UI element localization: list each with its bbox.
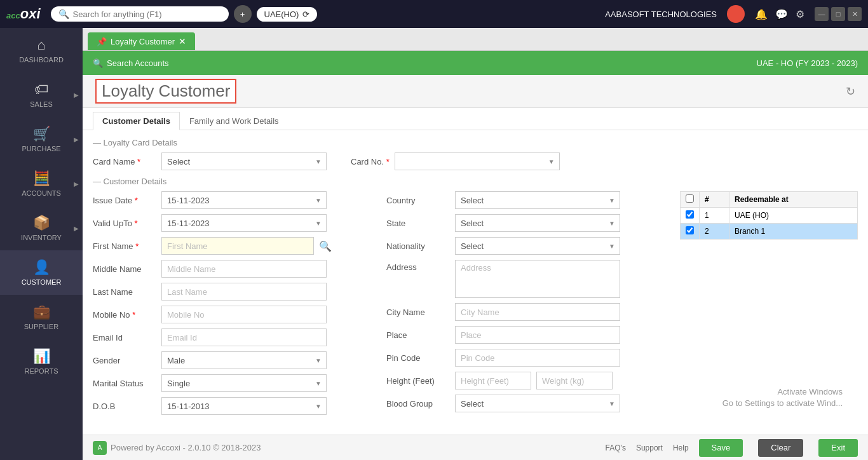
save-button[interactable]: Save xyxy=(699,439,743,457)
nationality-select-wrapper: Select xyxy=(455,237,620,255)
minimize-button[interactable]: — xyxy=(815,7,829,21)
blood-group-select[interactable]: Select xyxy=(455,395,620,412)
customer-details-section-title: — Customer Details xyxy=(93,177,166,186)
email-input[interactable] xyxy=(161,328,327,346)
height-input[interactable] xyxy=(455,372,531,389)
dob-select[interactable]: 15-11-2013 xyxy=(161,397,327,415)
mobile-no-input[interactable] xyxy=(161,306,327,323)
gender-select-wrapper: Male Female xyxy=(161,351,327,369)
row-checkbox[interactable] xyxy=(686,210,694,219)
country-label: Country xyxy=(386,196,450,205)
issue-date-select[interactable]: 15-11-2023 xyxy=(161,191,327,209)
country-select[interactable]: Select xyxy=(455,191,620,209)
chat-icon[interactable]: 💬 xyxy=(775,8,788,20)
first-name-input[interactable] xyxy=(161,237,314,255)
issue-date-select-wrapper: 15-11-2023 xyxy=(161,191,327,209)
required-marker: * xyxy=(135,241,139,251)
topbar: accoxi 🔍 + UAE(HO) ⟳ AABASOFT TECHNOLOGI… xyxy=(0,0,868,28)
search-name-icon[interactable]: 🔍 xyxy=(319,240,332,252)
branch-selector[interactable]: UAE(HO) ⟳ xyxy=(257,7,318,22)
middle-name-input[interactable] xyxy=(161,260,327,278)
sidebar-item-dashboard[interactable]: ⌂ DASHBOARD xyxy=(0,28,83,72)
bottom-links: FAQ's Support Help Save Clear Exit xyxy=(606,439,858,457)
sidebar-item-sales[interactable]: 🏷 SALES ▶ xyxy=(0,72,83,117)
close-button[interactable]: ✕ xyxy=(848,7,862,21)
sidebar-item-purchase[interactable]: 🛒 PURCHASE ▶ xyxy=(0,117,83,161)
card-name-select[interactable]: Select xyxy=(161,152,327,170)
last-name-label: Last Name xyxy=(93,287,156,297)
content-area: 📌 Loyalty Customer ✕ 🔍 Search Accounts U… xyxy=(83,28,868,460)
green-header: 🔍 Search Accounts UAE - HO (FY 2023 - 20… xyxy=(83,51,868,75)
support-link[interactable]: Support xyxy=(636,443,663,452)
left-column: Issue Date * 15-11-2023 Valid UpTo * xyxy=(93,191,376,420)
sidebar-item-customer[interactable]: 👤 CUSTOMER xyxy=(0,250,83,295)
tab-loyalty-customer[interactable]: 📌 Loyalty Customer ✕ xyxy=(88,32,195,50)
place-row: Place xyxy=(386,326,670,344)
customer-details-section-header: — Customer Details xyxy=(93,177,858,186)
sidebar-item-supplier[interactable]: 💼 SUPPLIER xyxy=(0,295,83,339)
help-link[interactable]: Help xyxy=(673,443,689,452)
settings-icon[interactable]: ⚙ xyxy=(796,8,804,20)
select-all-checkbox[interactable] xyxy=(686,194,694,203)
arrow-icon: ▶ xyxy=(74,225,79,232)
card-no-label: Card No. * xyxy=(351,157,390,166)
marital-status-row: Marital Status Single Married xyxy=(93,374,376,392)
gender-label: Gender xyxy=(93,356,156,365)
city-label: City Name xyxy=(386,308,450,317)
loyalty-card-section-title: — Loyalty Card Details xyxy=(93,138,177,147)
tab-family-work[interactable]: Family and Work Details xyxy=(180,112,288,130)
nationality-select[interactable]: Select xyxy=(455,237,620,255)
maximize-button[interactable]: □ xyxy=(831,7,845,21)
city-input[interactable] xyxy=(455,303,620,321)
supplier-icon: 💼 xyxy=(33,304,50,320)
reload-button[interactable]: ↻ xyxy=(846,85,855,98)
form-tabs: Customer Details Family and Work Details xyxy=(83,108,868,130)
sidebar-item-inventory[interactable]: 📦 INVENTORY ▶ xyxy=(0,206,83,250)
sidebar-item-accounts[interactable]: 🧮 ACCOUNTS ▶ xyxy=(0,161,83,206)
exit-button[interactable]: Exit xyxy=(818,439,858,457)
row-num: 2 xyxy=(700,224,729,240)
powered-by-text: Powered by Accoxi - 2.0.10 © 2018-2023 xyxy=(111,443,261,452)
faq-link[interactable]: FAQ's xyxy=(606,443,626,452)
marital-status-select[interactable]: Single Married xyxy=(161,374,327,392)
gender-select[interactable]: Male Female xyxy=(161,351,327,369)
sidebar-item-label: REPORTS xyxy=(25,367,58,375)
address-input[interactable] xyxy=(455,260,620,298)
sidebar-item-reports[interactable]: 📊 REPORTS xyxy=(0,339,83,384)
tab-customer-details[interactable]: Customer Details xyxy=(93,112,180,130)
card-name-row: Card Name * Select Card No. * xyxy=(93,152,858,170)
blood-group-row: Blood Group Select xyxy=(386,395,670,412)
refresh-icon[interactable]: ⟳ xyxy=(302,10,309,19)
first-name-row: First Name * 🔍 xyxy=(93,237,376,255)
email-row: Email Id xyxy=(93,328,376,346)
search-accounts-icon: 🔍 xyxy=(93,58,103,68)
powered-by: A Powered by Accoxi - 2.0.10 © 2018-2023 xyxy=(93,441,261,455)
card-no-select-wrapper xyxy=(395,152,560,170)
add-button[interactable]: + xyxy=(234,5,252,23)
state-select[interactable]: Select xyxy=(455,214,620,232)
global-search[interactable]: 🔍 xyxy=(51,6,229,22)
app-logo: accoxi xyxy=(6,6,41,22)
valid-upto-select[interactable]: 15-11-2023 xyxy=(161,214,327,232)
row-checkbox[interactable] xyxy=(686,226,694,234)
pin-code-input[interactable] xyxy=(455,349,620,367)
table-header-redeemable: Redeemable at xyxy=(729,192,858,208)
weight-input[interactable] xyxy=(536,372,613,389)
avatar[interactable] xyxy=(727,5,745,23)
last-name-input[interactable] xyxy=(161,283,327,301)
valid-upto-row: Valid UpTo * 15-11-2023 xyxy=(93,214,376,232)
tab-bar: 📌 Loyalty Customer ✕ xyxy=(83,28,868,51)
top-icons: 🔔 💬 ⚙ xyxy=(755,8,804,20)
customer-icon: 👤 xyxy=(33,259,50,276)
arrow-icon: ▶ xyxy=(74,136,79,143)
card-name-select-wrapper: Select xyxy=(161,152,327,170)
card-no-select[interactable] xyxy=(395,152,560,170)
place-input[interactable] xyxy=(455,326,620,344)
notification-icon[interactable]: 🔔 xyxy=(755,8,768,20)
loyalty-card-section-header: — Loyalty Card Details xyxy=(93,138,858,147)
search-accounts-button[interactable]: 🔍 Search Accounts xyxy=(93,58,169,68)
clear-button[interactable]: Clear xyxy=(758,439,803,457)
search-input[interactable] xyxy=(73,10,213,19)
pin-code-row: Pin Code xyxy=(386,349,670,367)
tab-close-icon[interactable]: ✕ xyxy=(179,36,186,46)
